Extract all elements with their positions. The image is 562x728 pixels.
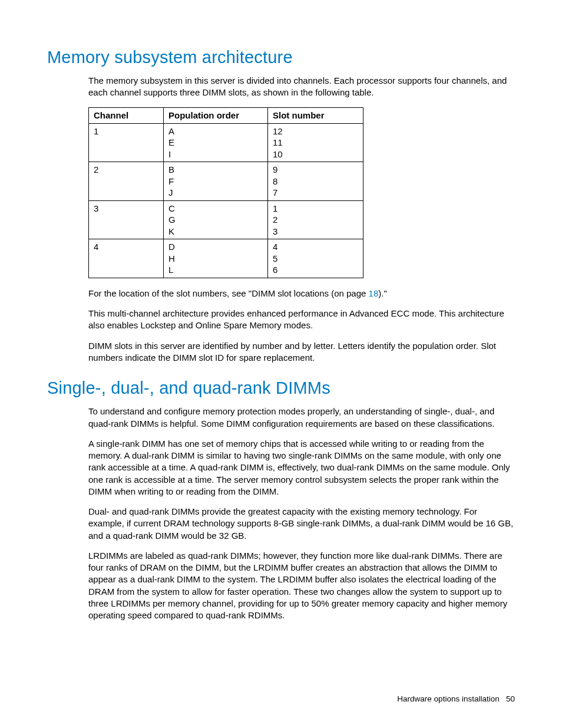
section1-intro: The memory subsystem in this server is d… — [88, 75, 515, 99]
pop-value: H — [168, 253, 263, 265]
slot-value: 2 — [273, 214, 358, 226]
cell-pop: A E I — [164, 123, 268, 162]
slot-value: 1 — [273, 203, 358, 215]
footer-text: Hardware options installation — [397, 694, 499, 703]
section1-body: The memory subsystem in this server is d… — [88, 75, 515, 364]
pop-value: G — [168, 214, 263, 226]
slot-value: 7 — [273, 187, 358, 199]
table-header-row: Channel Population order Slot number — [89, 107, 363, 123]
section2-p4: LRDIMMs are labeled as quad-rank DIMMs; … — [88, 550, 515, 622]
cell-slot: 4 5 6 — [268, 239, 363, 278]
pop-value: L — [168, 264, 263, 276]
page-link-18[interactable]: 18 — [369, 288, 379, 298]
heading-memory-subsystem: Memory subsystem architecture — [47, 46, 515, 69]
pop-value: I — [168, 149, 263, 160]
slot-value: 4 — [273, 241, 358, 253]
cell-channel: 2 — [89, 162, 164, 201]
pop-value: D — [168, 241, 263, 253]
heading-rank-dimms: Single-, dual-, and quad-rank DIMMs — [47, 377, 515, 400]
th-channel: Channel — [89, 107, 164, 123]
pop-value: B — [168, 164, 263, 176]
cell-channel: 3 — [89, 200, 164, 239]
pop-value: J — [168, 187, 263, 199]
table-row: 4 D H L 4 5 6 — [89, 239, 363, 278]
cell-pop: C G K — [164, 200, 268, 239]
section2-p3: Dual- and quad-rank DIMMs provide the gr… — [88, 506, 515, 542]
channel-table: Channel Population order Slot number 1 A… — [88, 107, 363, 278]
pop-value: C — [168, 203, 263, 215]
pop-value: A — [168, 126, 263, 137]
slot-value: 9 — [273, 164, 358, 176]
page: Memory subsystem architecture The memory… — [0, 0, 562, 728]
th-slot: Slot number — [268, 107, 363, 123]
pop-value: K — [168, 226, 263, 238]
cell-pop: B F J — [164, 162, 268, 201]
page-footer: Hardware options installation 50 — [397, 694, 515, 704]
section1-p3: DIMM slots in this server are identified… — [88, 340, 515, 364]
section1-p2: This multi-channel architecture provides… — [88, 308, 515, 332]
table-row: 3 C G K 1 2 3 — [89, 200, 363, 239]
cell-slot: 9 8 7 — [268, 162, 363, 201]
location-pre: For the location of the slot numbers, se… — [88, 288, 369, 298]
cell-slot: 12 11 10 — [268, 123, 363, 162]
section2-body: To understand and configure memory prote… — [88, 406, 515, 621]
section2-p1: To understand and configure memory prote… — [88, 406, 515, 430]
location-post: )." — [378, 288, 387, 298]
cell-channel: 1 — [89, 123, 164, 162]
pop-value: E — [168, 137, 263, 149]
cell-slot: 1 2 3 — [268, 200, 363, 239]
slot-value: 5 — [273, 253, 358, 265]
slot-value: 12 — [273, 126, 358, 137]
pop-value: F — [168, 176, 263, 187]
table-row: 2 B F J 9 8 7 — [89, 162, 363, 201]
th-population: Population order — [164, 107, 268, 123]
table-row: 1 A E I 12 11 10 — [89, 123, 363, 162]
slot-value: 10 — [273, 149, 358, 160]
cell-channel: 4 — [89, 239, 164, 278]
section1-location-note: For the location of the slot numbers, se… — [88, 288, 515, 299]
slot-value: 8 — [273, 176, 358, 187]
footer-page-number: 50 — [506, 694, 515, 703]
cell-pop: D H L — [164, 239, 268, 278]
slot-value: 11 — [273, 137, 358, 149]
section2-p2: A single-rank DIMM has one set of memory… — [88, 438, 515, 498]
slot-value: 6 — [273, 264, 358, 276]
slot-value: 3 — [273, 226, 358, 238]
